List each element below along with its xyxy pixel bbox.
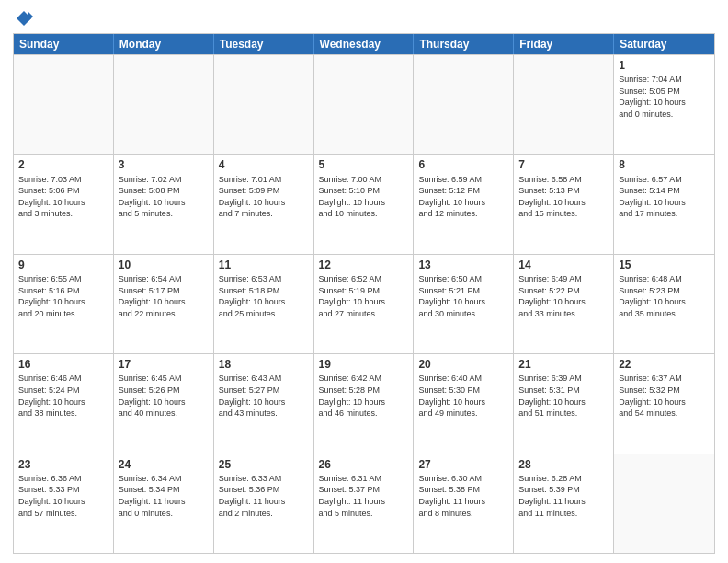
cell-info: Sunrise: 6:40 AM Sunset: 5:30 PM Dayligh…	[418, 373, 508, 419]
day-number: 19	[319, 357, 409, 372]
calendar-cell: 8Sunrise: 6:57 AM Sunset: 5:14 PM Daylig…	[614, 155, 714, 253]
day-number: 18	[219, 357, 309, 372]
day-number: 14	[518, 258, 609, 272]
cell-info: Sunrise: 6:39 AM Sunset: 5:31 PM Dayligh…	[518, 373, 609, 419]
cell-info: Sunrise: 6:58 AM Sunset: 5:13 PM Dayligh…	[518, 174, 609, 220]
day-number: 25	[219, 457, 309, 472]
calendar-cell	[114, 55, 214, 154]
calendar-cell: 22Sunrise: 6:37 AM Sunset: 5:32 PM Dayli…	[614, 354, 714, 453]
calendar-cell	[14, 55, 114, 154]
cell-info: Sunrise: 6:37 AM Sunset: 5:32 PM Dayligh…	[619, 373, 710, 419]
day-number: 24	[119, 457, 209, 472]
cell-info: Sunrise: 6:33 AM Sunset: 5:36 PM Dayligh…	[219, 473, 309, 519]
cell-info: Sunrise: 7:02 AM Sunset: 5:08 PM Dayligh…	[119, 174, 209, 220]
day-number: 23	[18, 457, 108, 472]
cell-info: Sunrise: 7:03 AM Sunset: 5:06 PM Dayligh…	[18, 174, 108, 220]
cell-info: Sunrise: 6:50 AM Sunset: 5:21 PM Dayligh…	[418, 273, 508, 319]
cell-info: Sunrise: 6:42 AM Sunset: 5:28 PM Dayligh…	[319, 373, 409, 419]
calendar-cell: 12Sunrise: 6:52 AM Sunset: 5:19 PM Dayli…	[314, 255, 415, 353]
calendar-cell: 16Sunrise: 6:46 AM Sunset: 5:24 PM Dayli…	[14, 354, 114, 453]
day-number: 11	[219, 258, 309, 272]
calendar-cell: 27Sunrise: 6:30 AM Sunset: 5:38 PM Dayli…	[414, 454, 514, 553]
calendar-cell: 10Sunrise: 6:54 AM Sunset: 5:17 PM Dayli…	[114, 255, 214, 353]
cell-info: Sunrise: 7:04 AM Sunset: 5:05 PM Dayligh…	[619, 74, 710, 120]
cell-info: Sunrise: 6:54 AM Sunset: 5:17 PM Dayligh…	[119, 273, 209, 319]
day-number: 16	[18, 357, 108, 372]
cell-info: Sunrise: 6:59 AM Sunset: 5:12 PM Dayligh…	[418, 174, 508, 220]
calendar-cell: 23Sunrise: 6:36 AM Sunset: 5:33 PM Dayli…	[14, 454, 114, 553]
calendar-row-4: 23Sunrise: 6:36 AM Sunset: 5:33 PM Dayli…	[14, 454, 714, 553]
cell-info: Sunrise: 7:00 AM Sunset: 5:10 PM Dayligh…	[319, 174, 409, 220]
calendar-cell: 4Sunrise: 7:01 AM Sunset: 5:09 PM Daylig…	[214, 155, 314, 253]
calendar-cell: 14Sunrise: 6:49 AM Sunset: 5:22 PM Dayli…	[514, 255, 614, 353]
cell-info: Sunrise: 6:49 AM Sunset: 5:22 PM Dayligh…	[518, 273, 609, 319]
cell-info: Sunrise: 6:52 AM Sunset: 5:19 PM Dayligh…	[319, 273, 409, 319]
day-number: 17	[119, 357, 209, 372]
page: SundayMondayTuesdayWednesdayThursdayFrid…	[0, 0, 728, 563]
cell-info: Sunrise: 6:34 AM Sunset: 5:34 PM Dayligh…	[119, 473, 209, 519]
cell-info: Sunrise: 6:28 AM Sunset: 5:39 PM Dayligh…	[518, 473, 609, 519]
calendar-cell: 24Sunrise: 6:34 AM Sunset: 5:34 PM Dayli…	[114, 454, 214, 553]
day-number: 13	[418, 258, 508, 272]
calendar-cell: 7Sunrise: 6:58 AM Sunset: 5:13 PM Daylig…	[514, 155, 614, 253]
logo	[13, 9, 33, 28]
day-number: 12	[319, 258, 409, 272]
calendar-cell: 11Sunrise: 6:53 AM Sunset: 5:18 PM Dayli…	[214, 255, 314, 353]
day-number: 8	[619, 157, 710, 172]
calendar-row-0: 1Sunrise: 7:04 AM Sunset: 5:05 PM Daylig…	[14, 54, 714, 154]
calendar-cell	[314, 55, 415, 154]
day-number: 4	[219, 157, 309, 172]
calendar-cell: 6Sunrise: 6:59 AM Sunset: 5:12 PM Daylig…	[414, 155, 514, 253]
day-number: 7	[518, 157, 609, 172]
calendar-row-1: 2Sunrise: 7:03 AM Sunset: 5:06 PM Daylig…	[14, 154, 714, 253]
calendar-cell: 1Sunrise: 7:04 AM Sunset: 5:05 PM Daylig…	[614, 55, 714, 154]
cell-info: Sunrise: 6:30 AM Sunset: 5:38 PM Dayligh…	[418, 473, 508, 519]
cell-info: Sunrise: 6:45 AM Sunset: 5:26 PM Dayligh…	[119, 373, 209, 419]
day-number: 6	[418, 157, 508, 172]
cell-info: Sunrise: 6:57 AM Sunset: 5:14 PM Dayligh…	[619, 174, 710, 220]
calendar-row-3: 16Sunrise: 6:46 AM Sunset: 5:24 PM Dayli…	[14, 353, 714, 453]
calendar-cell: 5Sunrise: 7:00 AM Sunset: 5:10 PM Daylig…	[314, 155, 415, 253]
calendar-cell	[414, 55, 514, 154]
cell-info: Sunrise: 6:55 AM Sunset: 5:16 PM Dayligh…	[18, 273, 108, 319]
cell-info: Sunrise: 6:48 AM Sunset: 5:23 PM Dayligh…	[619, 273, 710, 319]
calendar: SundayMondayTuesdayWednesdayThursdayFrid…	[13, 33, 715, 554]
weekday-header-wednesday: Wednesday	[314, 34, 415, 54]
calendar-cell: 2Sunrise: 7:03 AM Sunset: 5:06 PM Daylig…	[14, 155, 114, 253]
day-number: 20	[418, 357, 508, 372]
day-number: 1	[619, 58, 710, 73]
cell-info: Sunrise: 6:31 AM Sunset: 5:37 PM Dayligh…	[319, 473, 409, 519]
calendar-cell	[214, 55, 314, 154]
weekday-header-tuesday: Tuesday	[214, 34, 314, 54]
calendar-cell: 19Sunrise: 6:42 AM Sunset: 5:28 PM Dayli…	[314, 354, 415, 453]
day-number: 22	[619, 357, 710, 372]
cell-info: Sunrise: 6:53 AM Sunset: 5:18 PM Dayligh…	[219, 273, 309, 319]
day-number: 2	[18, 157, 108, 172]
day-number: 9	[18, 258, 108, 272]
day-number: 5	[319, 157, 409, 172]
calendar-cell: 17Sunrise: 6:45 AM Sunset: 5:26 PM Dayli…	[114, 354, 214, 453]
day-number: 15	[619, 258, 710, 272]
calendar-body: 1Sunrise: 7:04 AM Sunset: 5:05 PM Daylig…	[14, 54, 714, 553]
weekday-header-friday: Friday	[514, 34, 614, 54]
calendar-cell: 21Sunrise: 6:39 AM Sunset: 5:31 PM Dayli…	[514, 354, 614, 453]
calendar-cell: 9Sunrise: 6:55 AM Sunset: 5:16 PM Daylig…	[14, 255, 114, 353]
day-number: 3	[119, 157, 209, 172]
calendar-cell: 15Sunrise: 6:48 AM Sunset: 5:23 PM Dayli…	[614, 255, 714, 353]
day-number: 21	[518, 357, 609, 372]
calendar-cell: 25Sunrise: 6:33 AM Sunset: 5:36 PM Dayli…	[214, 454, 314, 553]
calendar-cell: 3Sunrise: 7:02 AM Sunset: 5:08 PM Daylig…	[114, 155, 214, 253]
logo-icon	[15, 9, 33, 28]
calendar-cell	[514, 55, 614, 154]
cell-info: Sunrise: 6:43 AM Sunset: 5:27 PM Dayligh…	[219, 373, 309, 419]
calendar-cell	[614, 454, 714, 553]
calendar-header: SundayMondayTuesdayWednesdayThursdayFrid…	[14, 34, 714, 54]
calendar-cell: 26Sunrise: 6:31 AM Sunset: 5:37 PM Dayli…	[314, 454, 415, 553]
calendar-cell: 28Sunrise: 6:28 AM Sunset: 5:39 PM Dayli…	[514, 454, 614, 553]
cell-info: Sunrise: 6:46 AM Sunset: 5:24 PM Dayligh…	[18, 373, 108, 419]
weekday-header-thursday: Thursday	[414, 34, 514, 54]
cell-info: Sunrise: 6:36 AM Sunset: 5:33 PM Dayligh…	[18, 473, 108, 519]
svg-marker-1	[28, 11, 33, 22]
weekday-header-monday: Monday	[114, 34, 214, 54]
calendar-cell: 18Sunrise: 6:43 AM Sunset: 5:27 PM Dayli…	[214, 354, 314, 453]
